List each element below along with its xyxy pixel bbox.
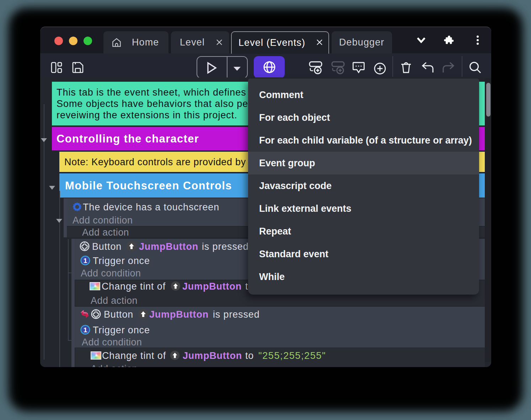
svg-text:1: 1 — [84, 326, 87, 334]
svg-text:1: 1 — [84, 257, 87, 264]
